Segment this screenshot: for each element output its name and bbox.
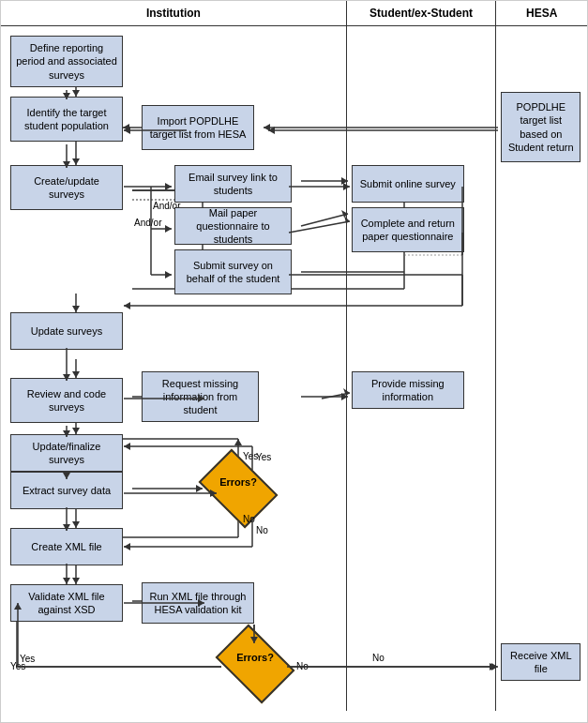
create-xml-label: Create XML file	[31, 540, 101, 553]
update-surveys-label: Update surveys	[31, 324, 102, 338]
review-code-box: Review and code surveys	[10, 378, 123, 423]
receive-xml-box: Receive XML file	[501, 643, 580, 681]
update-surveys-box: Update surveys	[10, 312, 123, 350]
complete-return-box: Complete and return paper questionnaire	[352, 207, 464, 252]
identify-target-label: Identify the target student population	[15, 106, 118, 133]
complete-return-label: Complete and return paper questionnaire	[356, 217, 460, 244]
hesa-column: POPDLHE target list based on Student ret…	[496, 26, 587, 711]
submit-behalf-box: Submit survey on behalf of the student	[174, 249, 292, 294]
identify-target-box: Identify the target student population	[10, 97, 123, 142]
import-popdlhe-label: Import POPDLHE target list from HESA	[146, 114, 249, 142]
request-missing-label: Request missing information from student	[146, 377, 254, 417]
validate-xml-label: Validate XML file against XSD	[15, 590, 118, 617]
errors1-diamond	[199, 449, 279, 529]
submit-online-box: Submit online survey	[352, 165, 464, 203]
errors1-diamond-wrapper: Errors?	[203, 465, 274, 512]
submit-online-label: Submit online survey	[360, 177, 456, 190]
column-headers: Institution Student/ex-Student HESA	[1, 1, 587, 26]
run-xml-box: Run XML file through HESA validation kit	[142, 582, 254, 624]
mail-paper-label: Mail paper questionnaire to students	[179, 206, 287, 247]
extract-data-label: Extract survey data	[23, 484, 111, 497]
review-code-label: Review and code surveys	[15, 387, 118, 414]
update-finalize-box: Update/finalize surveys	[10, 434, 123, 472]
create-update-box: Create/update surveys	[10, 165, 123, 210]
yes2-label: Yes	[10, 661, 25, 671]
diagram-container: Institution Student/ex-Student HESA	[0, 0, 588, 723]
no1-label: No	[243, 514, 255, 524]
mail-paper-box: Mail paper questionnaire to students	[174, 207, 292, 245]
extract-data-box: Extract survey data	[10, 472, 123, 509]
email-survey-label: Email survey link to students	[179, 171, 287, 198]
errors2-diamond-wrapper: Errors?	[219, 640, 291, 687]
errors2-diamond	[216, 625, 295, 704]
student-header: Student/ex-Student	[347, 1, 497, 25]
create-update-label: Create/update surveys	[15, 174, 118, 202]
create-xml-box: Create XML file	[10, 528, 123, 565]
provide-missing-box: Provide missing information	[352, 371, 464, 409]
update-finalize-label: Update/finalize surveys	[15, 440, 118, 467]
diagram-body: Define reporting period and associated s…	[1, 26, 587, 711]
institution-header: Institution	[1, 1, 347, 25]
define-reporting-box: Define reporting period and associated s…	[10, 36, 123, 87]
import-popdlhe-box: Import POPDLHE target list from HESA	[142, 105, 254, 150]
submit-behalf-label: Submit survey on behalf of the student	[179, 259, 287, 286]
popdlhe-hesa-box: POPDLHE target list based on Student ret…	[501, 92, 580, 162]
define-reporting-label: Define reporting period and associated s…	[15, 41, 118, 82]
provide-missing-label: Provide missing information	[356, 377, 460, 404]
request-missing-box: Request missing information from student	[142, 371, 259, 422]
institution-column: Define reporting period and associated s…	[1, 26, 347, 711]
no2-label: No	[296, 661, 309, 671]
receive-xml-label: Receive XML file	[505, 649, 576, 676]
yes1-label: Yes	[243, 451, 258, 461]
email-survey-box: Email survey link to students	[174, 165, 292, 203]
popdlhe-hesa-label: POPDLHE target list based on Student ret…	[505, 100, 576, 154]
validate-xml-box: Validate XML file against XSD	[10, 584, 123, 622]
student-column: Submit online survey Complete and return…	[347, 26, 496, 711]
hesa-header: HESA	[496, 1, 587, 25]
run-xml-label: Run XML file through HESA validation kit	[146, 590, 249, 617]
